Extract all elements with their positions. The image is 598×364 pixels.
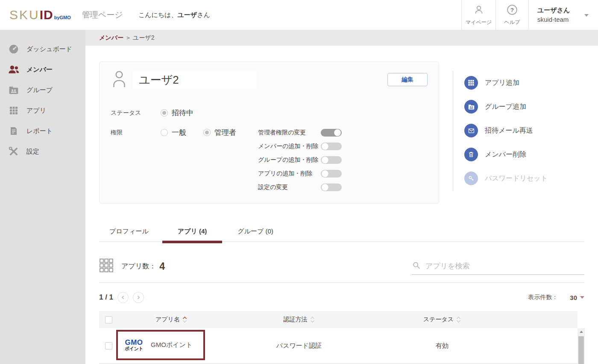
help-icon: ? bbox=[507, 4, 518, 17]
sidebar-item-members[interactable]: メンバー bbox=[0, 59, 85, 80]
next-page-button[interactable] bbox=[133, 292, 144, 303]
toggle-switch-off[interactable] bbox=[321, 156, 342, 164]
status-value: 招待中 bbox=[172, 108, 193, 118]
sort-icons-app-name[interactable] bbox=[182, 316, 187, 323]
tab-profile[interactable]: プロフィール bbox=[99, 221, 159, 242]
toggle-row-settings-change: 設定の変更 bbox=[258, 181, 342, 194]
sidebar-item-reports[interactable]: レポート bbox=[0, 121, 85, 141]
toggle-row-member-add-delete: メンバーの追加・削除 bbox=[258, 140, 342, 153]
sidebar-item-groups[interactable]: グループ bbox=[0, 80, 85, 100]
logo-bygmo-text: byGMO bbox=[54, 15, 71, 20]
resend-invite-button[interactable]: 招待メール再送 bbox=[464, 124, 589, 137]
status-cell: 有効 bbox=[372, 342, 513, 350]
mail-resend-icon bbox=[464, 124, 478, 137]
breadcrumb: メンバー ＞ ユーザ2 bbox=[85, 30, 598, 46]
select-all-checkbox[interactable] bbox=[105, 316, 112, 323]
groups-icon bbox=[8, 84, 20, 96]
sidebar-item-apps[interactable]: アプリ bbox=[0, 100, 85, 121]
dashboard-icon bbox=[8, 43, 20, 55]
per-page-caret-icon[interactable] bbox=[580, 296, 584, 299]
app-table: アプリ名 認証方法 ステータス bbox=[99, 311, 585, 364]
apps-icon bbox=[8, 105, 20, 116]
sidebar-item-settings[interactable]: 設定 bbox=[0, 141, 85, 162]
sidebar-item-label: グループ bbox=[26, 86, 53, 94]
sidebar-item-label: ダッシュボード bbox=[26, 45, 72, 53]
permission-label: 権限 bbox=[111, 126, 161, 137]
table-row[interactable]: GMO ポイント GMOポイント パスワード認証 有効 bbox=[99, 328, 577, 364]
logo-sku-text: SKU bbox=[9, 8, 40, 22]
scrollbar-up-button[interactable] bbox=[577, 328, 585, 335]
search-icon bbox=[412, 261, 421, 272]
skuid-logo[interactable]: SKUIDbyGMO bbox=[9, 8, 71, 22]
per-page-label: 表示件数： bbox=[528, 294, 558, 301]
admin-permission-toggles: 管理者権限の変更 メンバーの追加・削除 グループの追加・削除 アプリの bbox=[258, 126, 342, 194]
auth-method-cell: パスワード認証 bbox=[226, 342, 372, 350]
toggle-label: 設定の変更 bbox=[258, 183, 321, 191]
status-invited-radio[interactable]: 招待中 bbox=[161, 106, 193, 119]
sidebar-item-label: メンバー bbox=[26, 66, 53, 74]
toggle-knob bbox=[322, 157, 328, 163]
status-label: ステータス bbox=[111, 106, 161, 117]
app-count-value: 4 bbox=[159, 261, 165, 272]
add-group-button[interactable]: グループ追加 bbox=[464, 100, 589, 114]
app-cell-highlight-box[interactable]: GMO ポイント GMOポイント bbox=[116, 330, 205, 360]
radio-unchecked-icon bbox=[161, 129, 168, 136]
toggle-switch-on[interactable] bbox=[321, 129, 342, 137]
action-label: メンバー削除 bbox=[485, 150, 526, 159]
chevron-down-icon bbox=[584, 14, 589, 17]
prev-page-button[interactable] bbox=[117, 292, 129, 303]
sort-icons-status[interactable] bbox=[456, 316, 461, 323]
toggle-row-admin-change: 管理者権限の変更 bbox=[258, 126, 342, 140]
column-header-status: ステータス bbox=[423, 316, 454, 323]
edit-button[interactable]: 編集 bbox=[387, 73, 428, 86]
toggle-switch-off[interactable] bbox=[321, 170, 342, 178]
per-page-control: 表示件数： 30 bbox=[528, 294, 584, 301]
user-detail-card: ユーザ2 編集 ステータス 招待中 権限 一般 bbox=[99, 61, 439, 204]
account-team: skuid-team bbox=[537, 15, 570, 24]
member-delete-icon bbox=[464, 148, 478, 161]
per-page-value[interactable]: 30 bbox=[570, 294, 577, 301]
row-checkbox[interactable] bbox=[105, 342, 112, 349]
breadcrumb-current: ユーザ2 bbox=[133, 34, 154, 42]
toggle-label: アプリの追加・削除 bbox=[258, 170, 321, 178]
svg-text:?: ? bbox=[510, 6, 514, 13]
add-app-button[interactable]: アプリ追加 bbox=[464, 76, 589, 90]
scrollbar-thumb[interactable] bbox=[578, 336, 584, 364]
section-divider bbox=[99, 282, 584, 283]
sidebar-item-label: 設定 bbox=[26, 148, 39, 156]
logo-id-text: ID bbox=[40, 8, 53, 22]
account-name: ユーザさん bbox=[537, 6, 570, 15]
toggle-knob bbox=[322, 170, 328, 177]
account-menu[interactable]: ユーザさん skuid-team bbox=[528, 0, 598, 30]
permission-admin-radio[interactable]: 管理者 bbox=[203, 126, 248, 139]
permission-general-radio[interactable]: 一般 bbox=[161, 126, 203, 139]
delete-member-button[interactable]: メンバー削除 bbox=[464, 148, 589, 161]
breadcrumb-members-link[interactable]: メンバー bbox=[99, 34, 123, 42]
search-input[interactable] bbox=[425, 262, 579, 271]
greeting-suffix: さん bbox=[197, 11, 210, 18]
detail-tabs: プロフィール アプリ (4) グループ (0) bbox=[99, 221, 584, 242]
mypage-button[interactable]: マイページ bbox=[461, 0, 495, 30]
password-reset-icon bbox=[464, 172, 478, 185]
sidebar-nav: ダッシュボード メンバー グループ アプリ レポート bbox=[0, 30, 85, 364]
user-name-field[interactable]: ユーザ2 bbox=[133, 70, 257, 89]
password-reset-button[interactable]: パスワードリセット bbox=[464, 172, 589, 185]
sidebar-item-label: アプリ bbox=[26, 107, 46, 115]
page-indicator: 1 / 1 bbox=[99, 293, 113, 302]
logo-text-bottom: ポイント bbox=[125, 347, 143, 351]
table-scrollbar[interactable] bbox=[577, 328, 585, 364]
help-button[interactable]: ? ヘルプ bbox=[495, 0, 528, 30]
grid-count-icon bbox=[99, 258, 114, 274]
tab-apps[interactable]: アプリ (4) bbox=[162, 221, 222, 242]
sort-icons-auth-method[interactable] bbox=[310, 316, 315, 323]
members-icon bbox=[8, 64, 20, 76]
toggle-label: グループの追加・削除 bbox=[258, 156, 321, 164]
tab-groups[interactable]: グループ (0) bbox=[226, 221, 285, 242]
toggle-switch-off[interactable] bbox=[321, 183, 342, 191]
app-header: SKUIDbyGMO 管理ページ こんにちは、ユーザさん マイページ ? ヘルプ… bbox=[0, 0, 598, 30]
sidebar-item-dashboard[interactable]: ダッシュボード bbox=[0, 39, 85, 59]
app-search-box bbox=[412, 258, 584, 275]
radio-checked-icon bbox=[161, 109, 168, 116]
toggle-switch-off[interactable] bbox=[321, 143, 342, 150]
action-label: アプリ追加 bbox=[485, 79, 519, 87]
